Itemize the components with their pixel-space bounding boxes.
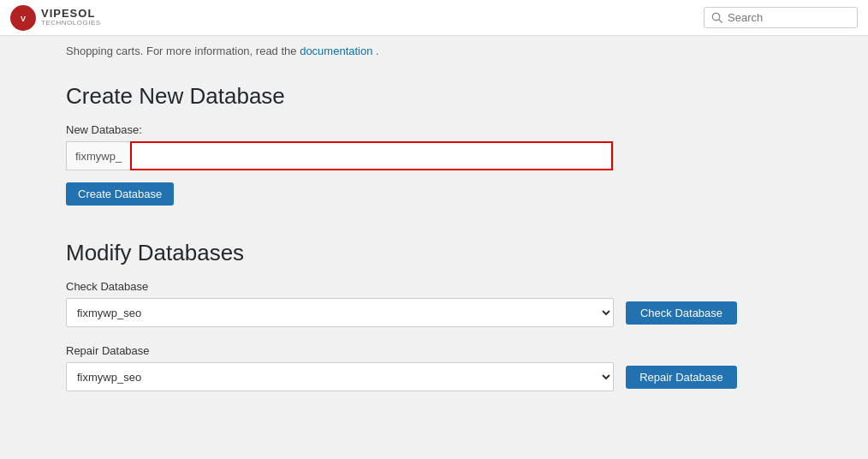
database-prefix: fixmywp_ [66, 141, 130, 170]
check-database-row: Check Database fixmywp_seo fixmywp_main … [66, 280, 802, 327]
check-database-controls: fixmywp_seo fixmywp_main fixmywp_test Ch… [66, 298, 768, 327]
repair-database-button[interactable]: Repair Database [626, 366, 737, 389]
modify-section-title: Modify Databases [66, 240, 802, 266]
logo-icon: V [10, 5, 36, 31]
search-input[interactable] [728, 11, 850, 24]
repair-database-select[interactable]: fixmywp_seo fixmywp_main fixmywp_test [66, 362, 614, 391]
documentation-link[interactable]: documentation [300, 45, 372, 57]
check-database-select[interactable]: fixmywp_seo fixmywp_main fixmywp_test [66, 298, 614, 327]
check-database-button[interactable]: Check Database [626, 301, 737, 325]
svg-text:V: V [21, 14, 26, 22]
brand-tagline: TECHNOLOGIES [41, 20, 101, 27]
search-box[interactable] [704, 7, 858, 28]
svg-line-3 [719, 20, 722, 23]
repair-database-label: Repair Database [66, 344, 802, 357]
repair-database-row: Repair Database fixmywp_seo fixmywp_main… [66, 344, 802, 391]
database-name-field-group: fixmywp_ [66, 141, 614, 170]
logo-area: V VIPESOL TECHNOLOGIES [10, 5, 101, 31]
search-icon [711, 12, 722, 23]
input-right-border [613, 141, 614, 170]
brand-name: VIPESOL [41, 8, 101, 20]
create-section-title: Create New Database [66, 83, 802, 110]
modify-databases-section: Modify Databases Check Database fixmywp_… [66, 240, 802, 391]
create-database-section: Create New Database New Database: fixmyw… [66, 83, 802, 206]
notice-text: Shopping carts. For more information, re… [66, 45, 802, 57]
logo-text: VIPESOL TECHNOLOGIES [41, 8, 101, 27]
main-content: Shopping carts. For more information, re… [49, 36, 819, 434]
check-database-label: Check Database [66, 280, 802, 293]
repair-database-controls: fixmywp_seo fixmywp_main fixmywp_test Re… [66, 362, 768, 391]
database-name-input[interactable] [130, 141, 613, 170]
create-database-button[interactable]: Create Database [66, 182, 174, 206]
new-database-label: New Database: [66, 123, 802, 136]
top-bar: V VIPESOL TECHNOLOGIES [0, 0, 868, 36]
